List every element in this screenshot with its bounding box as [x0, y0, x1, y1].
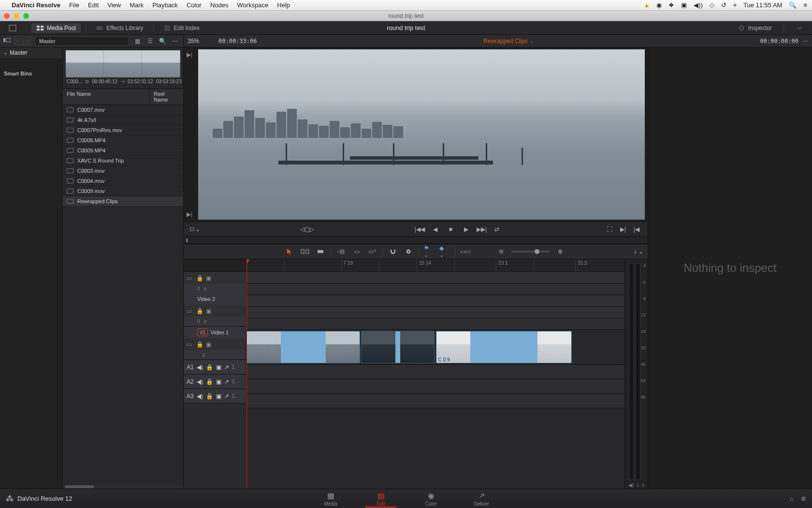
page-tab-color[interactable]: ◉Color	[416, 490, 447, 508]
bin-breadcrumb[interactable]: Master	[35, 36, 129, 46]
menu-mark[interactable]: Mark	[130, 1, 144, 9]
clip-row[interactable]: C0007.mov	[63, 105, 183, 115]
lock-icon[interactable]: 🔒	[206, 364, 213, 371]
status-wifi-icon[interactable]: ◇	[710, 1, 714, 9]
clip-thumbnail[interactable]	[66, 50, 180, 77]
home-button[interactable]: ⌂	[790, 495, 793, 502]
clip-row[interactable]: C0009.mov	[63, 186, 183, 196]
page-tab-media[interactable]: ▦Media	[315, 490, 346, 508]
col-reelname[interactable]: Reel Name	[149, 89, 183, 105]
list-view-icon[interactable]: ☰	[145, 37, 155, 45]
app-name[interactable]: DaVinci Resolve	[12, 1, 60, 9]
match-frame-button[interactable]: ⌄	[189, 224, 200, 234]
zoom-window-button[interactable]	[23, 13, 29, 19]
marker-button[interactable]: ◆ ⌄	[439, 247, 450, 256]
step-back-button[interactable]: ◀	[430, 224, 440, 234]
viewer-zoom[interactable]: 35%	[188, 38, 215, 45]
timeline-clip[interactable]	[246, 331, 360, 363]
media-pool-button[interactable]: Media Pool	[31, 23, 81, 33]
video1-lane[interactable]: C0 3 C 0 9	[246, 330, 624, 365]
track-toggle-icon[interactable]: ▭	[187, 341, 193, 347]
status-bluetooth-icon[interactable]: ⌖	[733, 1, 737, 9]
expand-button[interactable]	[791, 23, 808, 33]
flag-button[interactable]: ⚑ ⌄	[424, 247, 435, 256]
loop-button[interactable]: ⇄	[492, 224, 502, 234]
track-audio2[interactable]: A2 ◀)🔒▣↗ 1.	[184, 374, 246, 389]
lock-icon[interactable]: 🔒	[196, 341, 203, 347]
layout-preset-button[interactable]	[4, 23, 21, 33]
page-tab-deliver[interactable]: ↗Deliver	[466, 490, 497, 508]
auto-select-icon[interactable]: ▣	[216, 364, 221, 371]
track-audio3[interactable]: A3 ◀)🔒▣↗ 1.	[184, 389, 246, 403]
stop-button[interactable]: ■	[445, 224, 456, 234]
timeline-view-options[interactable]: ▭▭	[460, 247, 471, 256]
effects-library-button[interactable]: Effects Library	[91, 23, 148, 33]
inspector-button[interactable]: Inspector	[733, 23, 777, 33]
project-settings-button[interactable]: ⚙	[801, 495, 806, 502]
zoom-in-button[interactable]: ⊕	[555, 247, 566, 256]
replace-clip-button[interactable]: ▭⁺	[367, 247, 377, 256]
status-timemachine-icon[interactable]: ↺	[721, 1, 726, 9]
nav-back-button[interactable]: ‹	[14, 37, 22, 45]
bin-view-toggle[interactable]	[3, 37, 11, 45]
lock-icon[interactable]: 🔒	[196, 308, 203, 314]
link-button[interactable]	[403, 247, 414, 256]
trim-tool[interactable]	[300, 247, 310, 256]
viewer-canvas[interactable]	[198, 49, 645, 220]
timeline-ruler[interactable]: 7 19 15 14 23 1 31 5	[246, 259, 624, 272]
menu-view[interactable]: View	[107, 1, 121, 9]
speaker-icon[interactable]: ◀)	[628, 482, 634, 488]
v1-dest-indicator[interactable]: V1	[197, 329, 208, 336]
clip-row[interactable]: C0004.mov	[63, 176, 183, 186]
jog-bar[interactable]	[184, 236, 648, 244]
menu-file[interactable]: File	[69, 1, 79, 9]
insert-button[interactable]: ◁▢▷	[302, 224, 313, 234]
track-audio1[interactable]: A1 ◀) 🔒 ▣ ↗ 1.	[184, 360, 246, 374]
clip-row[interactable]: C0008.MP4	[63, 135, 183, 146]
clip-row[interactable]: 4k A7sII	[63, 115, 183, 125]
prev-clip-button[interactable]: ▶|	[618, 224, 628, 234]
auto-select-icon[interactable]: ▣	[206, 308, 213, 314]
overwrite-clip-button[interactable]: ▭	[351, 247, 362, 256]
nav-forward-button[interactable]: ›	[23, 37, 32, 45]
zoom-out-button[interactable]: ⊖	[496, 247, 507, 256]
full-extent-button[interactable]: ⛶	[604, 224, 615, 234]
clip-row[interactable]: Rewrapped Clips	[63, 196, 183, 207]
track-video2-label[interactable]: Video 2	[184, 293, 246, 305]
menubar-clock[interactable]: Tue 11:55 AM	[743, 1, 782, 9]
playhead[interactable]	[246, 259, 247, 489]
edit-index-button[interactable]: Edit Index	[159, 23, 204, 33]
sidebar-master-header[interactable]: ⌄ Master	[0, 47, 62, 58]
status-nvidia-icon[interactable]: ◉	[656, 1, 662, 9]
status-warn-icon[interactable]: ▲	[643, 1, 650, 9]
menu-color[interactable]: Color	[187, 1, 202, 9]
track-toggle-icon[interactable]: ▭	[187, 275, 193, 281]
viewer-clip-title[interactable]: Rewrapped Clips ⌄	[257, 38, 760, 45]
clip-row[interactable]: C0007ProRes.mov	[63, 125, 183, 135]
mute-icon[interactable]: ◀)	[197, 364, 203, 371]
last-frame-button[interactable]: ▶|	[187, 211, 192, 218]
minimize-window-button[interactable]	[14, 13, 19, 19]
track-video1[interactable]: V1 Video 1	[184, 327, 246, 338]
menu-workspace[interactable]: Workspace	[237, 1, 269, 9]
timeline-tracks[interactable]: 7 19 15 14 23 1 31 5 C0 3 C 0 9	[246, 259, 624, 489]
next-clip-button[interactable]: |◀	[631, 224, 642, 234]
menu-help[interactable]: Help	[277, 1, 290, 9]
horizontal-scrollbar[interactable]	[63, 485, 183, 489]
timeline-clip[interactable]: C 0 9	[436, 331, 572, 363]
insert-clip-button[interactable]: ▫⊟	[336, 247, 347, 256]
snap-button[interactable]	[388, 247, 398, 256]
viewer-options-icon[interactable]: ⋯	[802, 38, 808, 45]
status-volume-icon[interactable]: ◀))	[694, 1, 703, 9]
track-toggle-icon[interactable]: ▭	[187, 308, 193, 314]
razor-tool[interactable]	[315, 247, 326, 256]
status-display-icon[interactable]: ▣	[681, 1, 687, 9]
close-window-button[interactable]	[4, 13, 10, 19]
clip-row[interactable]: C0003.mov	[63, 166, 183, 176]
col-filename[interactable]: File Name	[63, 89, 149, 105]
clip-row[interactable]: C0009.MP4	[63, 146, 183, 156]
options-icon[interactable]: ⋯	[170, 37, 180, 45]
notification-center-icon[interactable]: ≡	[803, 1, 807, 9]
menu-edit[interactable]: Edit	[88, 1, 99, 9]
timeline-clip[interactable]: C0 3	[361, 331, 435, 363]
